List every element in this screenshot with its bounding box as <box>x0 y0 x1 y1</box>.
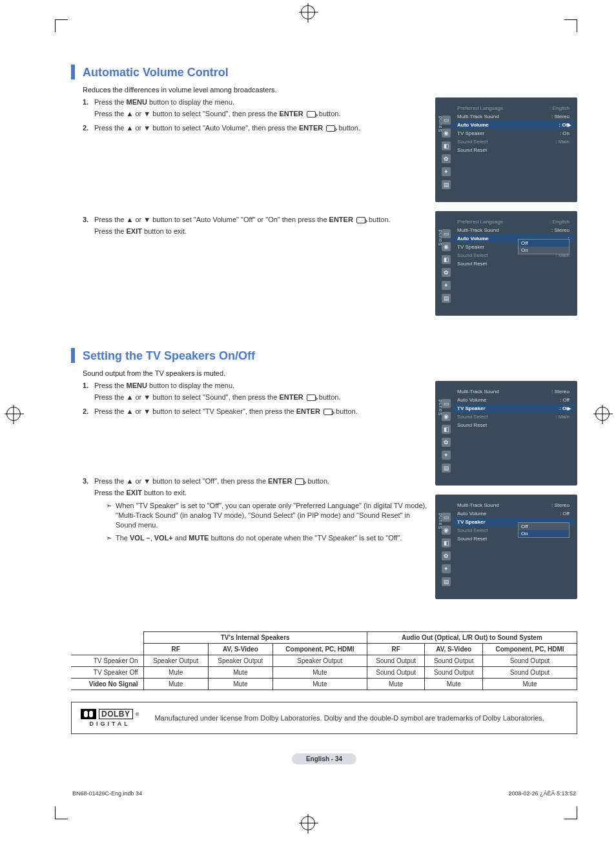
enter-icon <box>323 409 333 415</box>
double-d-icon <box>81 709 96 719</box>
osd-menu-icon: ◉ <box>442 526 451 535</box>
section-desc: Reduces the differences in volume level … <box>83 86 577 94</box>
osd-menu-item: Auto Volume: Off <box>453 396 573 404</box>
section-title: Setting the TV Speakers On/Off <box>83 348 255 363</box>
osd-menu-icon: ◧ <box>442 425 451 434</box>
osd-menu-item: Auto Volume: Off <box>453 509 573 518</box>
step-number: 2. <box>83 123 94 135</box>
osd-menu-item: TV Speaker: On <box>453 404 573 413</box>
table-row: TV Speaker OnSpeaker OutputSpeaker Outpu… <box>71 655 577 667</box>
section-auto-volume: Automatic Volume Control Reduces the dif… <box>71 65 577 325</box>
osd-menu-icon: ▭ <box>442 399 451 408</box>
osd-menu-icon: ◧ <box>442 255 451 264</box>
osd-panel-tv-speaker-highlight: Sound ▭◉◧✿✦▤ Multi-Track Sound: StereoAu… <box>435 381 577 486</box>
osd-dropdown-item: Off <box>518 523 569 530</box>
step-number: 1. <box>83 381 94 404</box>
osd-menu-icon: ▭ <box>442 513 451 522</box>
osd-menu-icon: ✿ <box>442 268 451 277</box>
section-tv-speakers: Setting the TV Speakers On/Off Sound out… <box>71 348 577 608</box>
dolby-license-text: Manufactured under license from Dolby La… <box>154 714 544 722</box>
table-subheader-row: RF AV, S-Video Component, PC, HDMI RF AV… <box>71 644 577 655</box>
osd-menu-icon: ✿ <box>442 551 451 560</box>
table-row: TV Speaker OffMuteMuteMuteSound OutputSo… <box>71 667 577 679</box>
note-marker-icon: ➣ <box>106 533 112 543</box>
step-number: 2. <box>83 407 94 418</box>
osd-menu-icon: ◉ <box>442 242 451 251</box>
osd-menu-icon: ▭ <box>442 229 451 238</box>
osd-menu-icon: ✦ <box>442 281 451 290</box>
osd-menu-item: Multi-Track Sound: Stereo <box>453 226 573 234</box>
osd-menu-icon: ✿ <box>442 438 451 447</box>
osd-menu-icon: ✦ <box>442 564 451 573</box>
osd-menu-icon: ✿ <box>442 154 451 163</box>
osd-panel-auto-volume-dropdown: Sound ▭◉◧✿✦▤ Preferred Language: English… <box>435 211 577 316</box>
osd-dropdown-item: On <box>518 247 569 254</box>
osd-menu-item: Auto Volume: Off <box>453 121 573 129</box>
section-desc: Sound output from the TV speakers is mut… <box>83 369 577 377</box>
enter-icon <box>307 394 316 401</box>
osd-menu-icon: ✦ <box>442 167 451 176</box>
osd-menu-item: Sound Select: Main <box>453 138 573 146</box>
osd-menu-icon: ▤ <box>442 464 451 473</box>
osd-panel-auto-volume-highlight: Sound ▭◉◧✿✦▤ Preferred Language: English… <box>435 97 577 202</box>
print-footer: BN68-01429C-Eng.indb 34 2008-02-26 ¿ÀÈÄ … <box>71 790 577 797</box>
osd-dropdown: OffOn <box>518 239 570 254</box>
speaker-output-table: TV's Internal Speakers Audio Out (Optica… <box>71 631 577 690</box>
osd-icon-strip: ▭◉◧✿✦▤ <box>439 498 453 586</box>
osd-menu-icon: ◉ <box>442 128 451 138</box>
osd-dropdown-item: On <box>518 530 569 537</box>
osd-menu-item: Sound Reset <box>453 260 573 268</box>
osd-menu-item: Multi-Track Sound: Stereo <box>453 501 573 509</box>
osd-menu-icon: ▤ <box>442 577 451 586</box>
osd-menu-item: Multi-Track Sound: Stereo <box>453 112 573 121</box>
osd-menu-item: Sound Reset <box>453 421 573 429</box>
step-number: 1. <box>83 97 94 121</box>
osd-menu-icon: ✦ <box>442 451 451 460</box>
osd-menu-icon: ▭ <box>442 116 451 125</box>
section-title: Automatic Volume Control <box>83 65 229 79</box>
osd-menu-icon: ▤ <box>442 180 451 189</box>
note-marker-icon: ➣ <box>106 501 112 531</box>
osd-menu-icon: ◉ <box>442 412 451 421</box>
enter-icon <box>326 125 335 132</box>
enter-icon <box>307 111 316 118</box>
osd-menu-item: Preferred Language: English <box>453 218 573 226</box>
step-number: 3. <box>83 215 94 238</box>
step-number: 3. <box>83 476 94 546</box>
osd-menu-icon: ◧ <box>442 141 451 150</box>
osd-panel-tv-speaker-dropdown: Sound ▭◉◧✿✦▤ Multi-Track Sound: StereoAu… <box>435 495 577 599</box>
osd-menu-item: Sound Reset <box>453 146 573 154</box>
dolby-logo: DOLBY® DIGITAL <box>81 709 139 727</box>
osd-icon-strip: ▭◉◧✿✦▤ <box>439 385 453 473</box>
dolby-license-box: DOLBY® DIGITAL Manufactured under licens… <box>71 702 577 734</box>
osd-menu-icon: ◧ <box>442 538 451 547</box>
osd-menu-icon: ▤ <box>442 294 451 303</box>
table-row: Video No SignalMuteMuteMuteMuteMuteMute <box>71 679 577 690</box>
osd-menu-item: TV Speaker: On <box>453 129 573 138</box>
osd-menu-item: Multi-Track Sound: Stereo <box>453 387 573 396</box>
osd-dropdown: OffOn <box>518 522 570 538</box>
osd-icon-strip: ▭◉◧✿✦▤ <box>439 215 453 303</box>
osd-menu-item: Preferred Language: English <box>453 104 573 112</box>
enter-icon <box>356 217 365 223</box>
osd-icon-strip: ▭◉◧✿✦▤ <box>439 101 453 189</box>
osd-menu-item: Sound Select: Main <box>453 413 573 421</box>
page-number: English - 34 <box>292 753 356 764</box>
enter-icon <box>295 478 304 485</box>
osd-dropdown-item: Off <box>518 240 569 247</box>
